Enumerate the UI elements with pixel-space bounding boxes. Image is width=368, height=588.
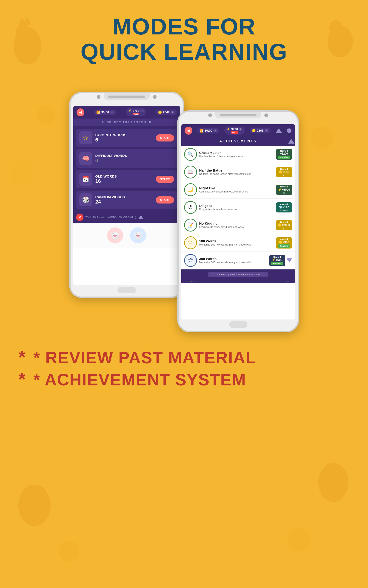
badge-100-words: ABC100: [184, 236, 197, 249]
lesson-item-random: 🎲 RANDOM WORDS 24 START: [76, 191, 177, 209]
bottom-text-section: * * REVIEW PAST MATERIAL * * ACHIEVEMENT…: [0, 332, 368, 409]
triangle-title-icon: [288, 139, 294, 143]
svg-point-12: [287, 528, 310, 551]
achievement-name-cheat: Cheat Master: [199, 151, 274, 155]
app-footer-bar: 37.60 FPS V5.3.0: [181, 279, 295, 283]
dot-indicator: [287, 128, 292, 133]
reward-half: Reward 🟡+180 0/1: [276, 167, 292, 177]
phone1-camera-left: [97, 95, 101, 99]
lightning-icon: ⚡: [128, 109, 132, 113]
achievement-name-owl: Night Owl: [199, 186, 274, 190]
lesson-item-old: 📅 OLD WORDS 16 START: [76, 170, 177, 188]
svg-point-11: [59, 541, 79, 561]
triangle-nav-icon: [276, 128, 282, 133]
phone2-back-button[interactable]: ◀: [184, 127, 192, 134]
achievement-half-battle: 📖 Half the Battle Re-take the same lesso…: [181, 163, 295, 181]
lesson-icon-difficult: 🧠: [79, 152, 92, 165]
phone1-bottom-bar: ✕ YOU LEARN ALL WORDS (0% OF SKILL): [73, 212, 180, 223]
lesson-count-random: 24: [95, 199, 153, 205]
lesson-count-difficult: 0: [95, 158, 174, 164]
phone2-coin-icon: 🟡: [252, 129, 256, 132]
achievement-name-100: 100 Words: [199, 239, 274, 243]
coin-icon: 🟡: [158, 110, 162, 114]
wifi-icon: 📶: [96, 110, 100, 114]
phone2-lightning-stat: ⚡ 3730 + FULL: [224, 126, 245, 134]
time-stat: 📶 30:00 +: [94, 110, 116, 115]
phone2-speaker: [220, 114, 257, 116]
achievement-list[interactable]: 🔍 Cheat Master Use hint button 3 times d…: [181, 146, 295, 269]
achievement-night-owl: 🌙 Night Owl Complete any lesson from 00:…: [181, 181, 295, 199]
phone2-camera-left: [208, 114, 212, 117]
svg-point-10: [318, 463, 348, 502]
lesson-name-favorite: FAVORITE WORDS: [95, 133, 153, 137]
achievement-100-words: ABC100 100 Words Memorize 100 new words …: [181, 234, 295, 252]
lightning-stat: ⚡ 3703 + FULL: [126, 108, 146, 116]
badge-no-kidding: 📝: [184, 219, 197, 232]
badge-cheat-master: 🔍: [184, 148, 197, 161]
achievement-300-words: ABC300 300 Words Memorize 300 new words …: [181, 252, 295, 269]
progress-text: YOU LEARN ALL WORDS (0% OF SKILL): [85, 216, 136, 219]
achievement-name-300: 300 Words: [199, 257, 267, 261]
main-title: MODES FOR QUICK LEARNING: [81, 14, 287, 64]
lesson-name-old: OLD WORDS: [95, 174, 153, 178]
phone1-home-button[interactable]: [118, 287, 136, 293]
phone1-speaker: [108, 96, 145, 98]
reward-owl: Reward ⚡+5000 0/1: [276, 185, 292, 195]
badge-half-battle: 📖: [184, 166, 197, 178]
phone2-wifi-icon: 📶: [200, 129, 203, 133]
phone2-time-stat: 📶 30:00 +: [197, 128, 219, 134]
achievement-name-kidding: No Kidding: [199, 222, 274, 225]
lesson-start-random[interactable]: START: [156, 196, 174, 204]
lesson-count-favorite: 6: [95, 137, 153, 143]
lesson-name-random: RANDOM WORDS: [95, 195, 153, 199]
phone2-lightning-icon: ⚡: [227, 127, 230, 131]
achievement-desc-cheat: Use hint button 3 times during a lesson: [199, 155, 274, 158]
achievement-name-diligent: Diligent: [199, 204, 274, 208]
achievement-name-half: Half the Battle: [199, 168, 274, 172]
lesson-start-favorite[interactable]: START: [156, 134, 174, 142]
badge-night-owl: 🌙: [184, 183, 197, 196]
phone2-home-button[interactable]: [229, 321, 247, 328]
reward-100[interactable]: Reward 🟡+300 Receive: [276, 237, 292, 249]
coin-stat: 🟡 2648 +: [156, 110, 177, 115]
svg-point-9: [18, 485, 51, 526]
achievement-cheat-master: 🔍 Cheat Master Use hint button 3 times d…: [181, 146, 295, 163]
lesson-select-title: ⇅ SELECT THE LESSON ⇅: [73, 118, 180, 126]
sort-icon2: ⇅: [148, 120, 152, 124]
phone1-screen: ◀ 📶 30:00 + ⚡ 3703 + FULL: [73, 106, 180, 285]
reward-300[interactable]: Reward ⚡+600 Receive: [269, 255, 285, 266]
achievement-desc-100: Memorize 100 new words in any of three s…: [199, 243, 274, 246]
phone1-camera-right: [153, 95, 156, 99]
triangle-down-scroll: [287, 258, 292, 263]
ghost-avatars: 👻 👻: [73, 223, 180, 248]
sort-icon: ⇅: [101, 120, 105, 124]
achievement-desc-owl: Complete any lesson from 00:00 until 04:…: [199, 190, 274, 193]
bottom-line-2: * * ACHIEVEMENT SYSTEM: [18, 368, 350, 390]
achievement-desc-half: Re-take the same lesson after you comple…: [199, 172, 274, 176]
phone1-frame: ◀ 📶 30:00 + ⚡ 3703 + FULL: [69, 92, 184, 298]
lesson-icon-favorite: ☆: [79, 131, 92, 144]
lesson-icon-old: 📅: [79, 173, 92, 186]
reward-cheat[interactable]: Reward +1200 Receive: [276, 149, 292, 160]
fps-label: 37.60 FPS: [184, 280, 194, 283]
lesson-list: ☆ FAVORITE WORDS 6 START 🧠: [73, 126, 180, 212]
version-label: V5.3.0: [286, 280, 292, 283]
achievement-no-kidding: 📝 No Kidding Learn words every day durin…: [181, 216, 295, 234]
achievement-desc-300: Memorize 300 new words in any of three s…: [199, 261, 267, 264]
phone2-camera-right: [264, 114, 268, 117]
phone2-coin-stat: 🟡 2865 +: [250, 128, 271, 133]
triangle-up-icon: [138, 215, 144, 219]
lesson-item-favorite: ☆ FAVORITE WORDS 6 START: [76, 129, 177, 147]
phones-container: ◀ 📶 30:00 + ⚡ 3703 + FULL: [0, 78, 368, 332]
back-button[interactable]: ◀: [76, 108, 84, 116]
bottom-line-1: * * REVIEW PAST MATERIAL: [18, 346, 350, 368]
phone2-frame: ◀ 📶 30:00 + ⚡ 3730 + FULL: [177, 110, 299, 332]
reward-kidding: Reward 🟡+2000 0/7: [276, 220, 292, 230]
badge-300-words: ABC300: [184, 254, 197, 267]
badge-diligent: ⏱: [184, 201, 197, 214]
footer-pill: You have completed 4 achievements out of…: [208, 272, 268, 277]
close-button[interactable]: ✕: [76, 214, 83, 221]
phone1-header: ◀ 📶 30:00 + ⚡ 3703 + FULL: [73, 106, 180, 118]
lesson-start-old[interactable]: START: [156, 176, 174, 183]
reward-diligent: Reward 💎+180 332/3600: [276, 202, 292, 213]
